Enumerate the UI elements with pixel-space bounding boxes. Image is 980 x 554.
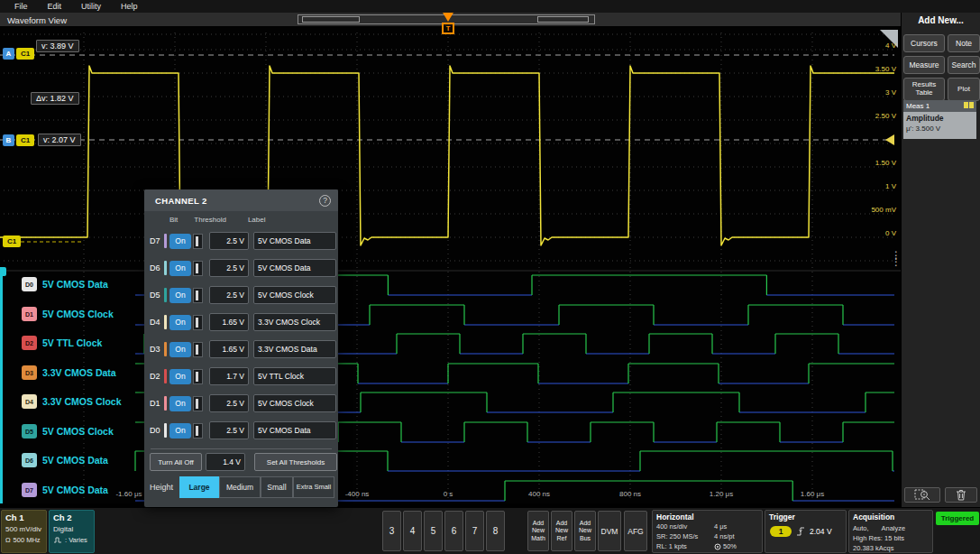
d0-label-input[interactable]: 5V CMOS Data: [253, 421, 336, 439]
add-search-button[interactable]: Search: [948, 56, 980, 74]
add-plot-button[interactable]: Plot: [948, 78, 980, 101]
menu-utility[interactable]: Utility: [81, 2, 101, 11]
help-icon[interactable]: ?: [319, 195, 331, 207]
cursor-a-badge[interactable]: A: [3, 48, 14, 60]
horizontal-badge[interactable]: Horizontal 400 ns/div 4 μs SR: 250 MS/s …: [652, 510, 763, 553]
add-new-ref-button[interactable]: AddNewRef: [551, 511, 572, 551]
add-note-button[interactable]: Note: [948, 34, 980, 52]
menu-edit[interactable]: Edit: [48, 2, 62, 11]
all-threshold-input[interactable]: 1.4 V: [206, 453, 245, 471]
d5-toggle[interactable]: [193, 288, 203, 303]
add-new-bus-button[interactable]: AddNewBus: [574, 511, 596, 551]
turn-all-off-button[interactable]: Turn All Off: [150, 453, 202, 471]
cursor-b-badge[interactable]: B: [3, 134, 14, 146]
channel2-row-d2: D2On1.7 V5V TTL Clock: [144, 363, 338, 390]
afg-button[interactable]: AFG: [624, 511, 647, 551]
d3-toggle[interactable]: [193, 342, 203, 357]
trigger-position-marker[interactable]: T: [438, 13, 458, 34]
d0-toggle[interactable]: [193, 423, 203, 439]
channel-6-button[interactable]: 6: [444, 511, 463, 551]
cursor-a-readout[interactable]: v: 3.89 V: [36, 40, 79, 52]
height-large-button[interactable]: Large: [179, 476, 219, 498]
d3-label-input[interactable]: 3.3V CMOS Data: [253, 340, 336, 358]
channel-5-button[interactable]: 5: [424, 511, 443, 551]
ch2-badge[interactable]: Ch 2 Digital : Varies: [49, 510, 95, 553]
height-extra-small-button[interactable]: Extra Small: [293, 476, 334, 498]
add-new-math-button[interactable]: AddNewMath: [527, 511, 549, 551]
d3-threshold-input[interactable]: 1.65 V: [209, 340, 249, 358]
d1-on-button[interactable]: On: [169, 396, 191, 411]
d7-toggle[interactable]: [193, 234, 203, 249]
d1-label-input[interactable]: 5V CMOS Clock: [253, 394, 336, 412]
dialog-header[interactable]: CHANNEL 2 ?: [144, 189, 338, 211]
ch1-waveform[interactable]: [0, 66, 894, 245]
acquisition-badge[interactable]: Acquisition Auto, Analyze High Res: 15 b…: [848, 510, 933, 553]
digital-channel-d6[interactable]: D65V CMOS Data: [22, 453, 108, 467]
channel-7-button[interactable]: 7: [465, 511, 484, 551]
digital-channel-d7[interactable]: D75V CMOS Data: [22, 483, 108, 497]
d2-threshold-input[interactable]: 1.7 V: [209, 367, 249, 385]
dvm-button[interactable]: DVM: [598, 511, 621, 551]
tab-waveform-view[interactable]: Waveform View: [7, 15, 67, 25]
meas1-badge[interactable]: Meas 1 Amplitude μ': 3.500 V: [903, 100, 976, 139]
digital-group-strip: [0, 271, 3, 503]
add-measure-button[interactable]: Measure: [903, 56, 945, 74]
zoom-window-right-handle[interactable]: [537, 16, 589, 23]
d7-on-button[interactable]: On: [169, 234, 191, 249]
d6-label-input[interactable]: 5V CMOS Data: [253, 259, 336, 277]
d6-on-button[interactable]: On: [169, 261, 191, 276]
d2-label-input[interactable]: 5V TTL Clock: [253, 367, 336, 385]
draw-zoom-button[interactable]: [904, 487, 940, 503]
bit-name-d1: D1: [150, 399, 163, 408]
add-results-table-button[interactable]: Results Table: [903, 78, 945, 101]
splitter-drag-handle[interactable]: ⋮⋮: [891, 253, 902, 265]
channel-3-button[interactable]: 3: [382, 511, 401, 551]
d5-on-button[interactable]: On: [169, 288, 191, 303]
cursor-b-readout[interactable]: v: 2.07 V: [38, 134, 81, 146]
channel-4-button[interactable]: 4: [403, 511, 422, 551]
set-all-thresholds-button[interactable]: Set All Thresholds: [254, 453, 337, 471]
digital-channel-d1[interactable]: D15V CMOS Clock: [22, 307, 114, 321]
d4-label-input[interactable]: 3.3V CMOS Clock: [253, 313, 336, 331]
d3-on-button[interactable]: On: [169, 342, 191, 357]
d2-toggle[interactable]: [193, 369, 203, 384]
d4-on-button[interactable]: On: [169, 315, 191, 330]
digital-channel-d2[interactable]: D25V TTL Clock: [22, 336, 102, 350]
d4-threshold-input[interactable]: 1.65 V: [209, 313, 249, 331]
ch1-ground-marker[interactable]: C1: [3, 235, 21, 247]
height-medium-button[interactable]: Medium: [219, 476, 261, 498]
d7-label-input[interactable]: 5V CMOS Data: [253, 232, 336, 250]
d7-threshold-input[interactable]: 2.5 V: [209, 232, 249, 250]
menu-file[interactable]: File: [14, 2, 28, 11]
d5-label-input[interactable]: 5V CMOS Clock: [253, 286, 336, 304]
digital-group-handle[interactable]: [0, 267, 6, 276]
cursor-b-source-badge: C1: [16, 134, 34, 146]
menu-help[interactable]: Help: [121, 2, 138, 11]
d6-threshold-input[interactable]: 2.5 V: [209, 259, 249, 277]
trigger-badge[interactable]: Trigger 1 2.04 V: [765, 510, 847, 553]
add-cursors-button[interactable]: Cursors: [903, 34, 945, 52]
ch1-level-marker[interactable]: [885, 134, 894, 145]
d0-threshold-input[interactable]: 2.5 V: [209, 421, 249, 439]
d2-on-button[interactable]: On: [169, 369, 191, 384]
channel-8-button[interactable]: 8: [486, 511, 505, 551]
digital-channel-d3[interactable]: D33.3V CMOS Data: [22, 365, 116, 380]
d6-toggle[interactable]: [193, 261, 203, 276]
d1-toggle[interactable]: [193, 396, 203, 411]
d0-on-button[interactable]: On: [169, 423, 191, 439]
digital-channel-d5[interactable]: D55V CMOS Clock: [22, 424, 114, 439]
d1-threshold-input[interactable]: 2.5 V: [209, 394, 249, 412]
digital-channel-d4[interactable]: D43.3V CMOS Clock: [22, 394, 122, 409]
digital-channel-d0[interactable]: D05V CMOS Data: [22, 277, 108, 291]
height-small-button[interactable]: Small: [261, 476, 293, 498]
bit-badge-d5: D5: [22, 424, 37, 439]
ch1-badge[interactable]: Ch 1 500 mV/div Ω 500 MHz: [1, 510, 47, 553]
d4-toggle[interactable]: [193, 315, 203, 330]
horizontal-position: 50%: [723, 542, 737, 550]
d5-threshold-input[interactable]: 2.5 V: [209, 286, 249, 304]
zoom-window-left-handle[interactable]: [302, 16, 360, 23]
v-axis-label: 0 V: [885, 229, 897, 237]
trash-button[interactable]: [945, 487, 977, 503]
t-axis-label: -400 ns: [345, 490, 370, 498]
waveform-display[interactable]: 4 V3.50 V3 V2.50 V1.50 V1 V500 mV0 V-1.6…: [0, 27, 901, 503]
